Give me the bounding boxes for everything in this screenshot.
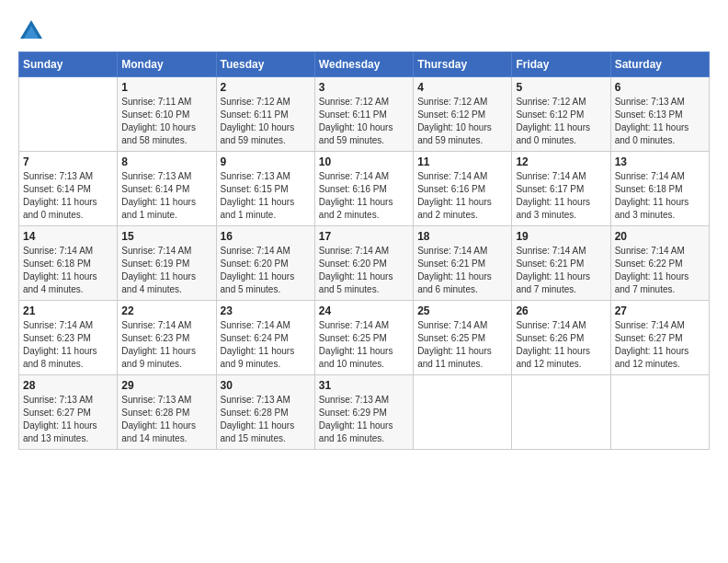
calendar-week-4: 21Sunrise: 7:14 AM Sunset: 6:23 PM Dayli…	[19, 301, 710, 375]
day-info: Sunrise: 7:13 AM Sunset: 6:13 PM Dayligh…	[615, 96, 705, 147]
calendar-cell: 27Sunrise: 7:14 AM Sunset: 6:27 PM Dayli…	[610, 301, 709, 375]
calendar-cell: 24Sunrise: 7:14 AM Sunset: 6:25 PM Dayli…	[314, 301, 413, 375]
calendar-cell: 4Sunrise: 7:12 AM Sunset: 6:12 PM Daylig…	[414, 77, 512, 152]
calendar-cell: 6Sunrise: 7:13 AM Sunset: 6:13 PM Daylig…	[610, 77, 709, 152]
day-number: 1	[121, 81, 211, 94]
calendar-week-1: 1Sunrise: 7:11 AM Sunset: 6:10 PM Daylig…	[19, 77, 710, 152]
calendar-cell: 19Sunrise: 7:14 AM Sunset: 6:21 PM Dayli…	[512, 226, 610, 301]
day-info: Sunrise: 7:14 AM Sunset: 6:19 PM Dayligh…	[121, 245, 211, 296]
calendar-cell: 5Sunrise: 7:12 AM Sunset: 6:12 PM Daylig…	[512, 77, 610, 152]
day-number: 3	[319, 81, 409, 94]
day-number: 16	[221, 230, 311, 243]
day-info: Sunrise: 7:12 AM Sunset: 6:12 PM Dayligh…	[417, 96, 507, 147]
day-number: 31	[319, 379, 409, 392]
calendar-cell: 2Sunrise: 7:12 AM Sunset: 6:11 PM Daylig…	[216, 77, 314, 152]
day-number: 20	[615, 230, 705, 243]
day-number: 11	[417, 155, 507, 168]
calendar-cell: 17Sunrise: 7:14 AM Sunset: 6:20 PM Dayli…	[314, 226, 413, 301]
weekday-header-sunday: Sunday	[19, 52, 118, 77]
calendar-cell: 1Sunrise: 7:11 AM Sunset: 6:10 PM Daylig…	[118, 77, 216, 152]
day-info: Sunrise: 7:14 AM Sunset: 6:16 PM Dayligh…	[417, 170, 507, 222]
day-number: 12	[516, 155, 606, 168]
day-number: 2	[221, 81, 311, 94]
day-info: Sunrise: 7:13 AM Sunset: 6:29 PM Dayligh…	[319, 394, 409, 445]
calendar-cell	[512, 375, 610, 450]
day-info: Sunrise: 7:14 AM Sunset: 6:23 PM Dayligh…	[121, 319, 211, 371]
calendar-cell: 30Sunrise: 7:13 AM Sunset: 6:28 PM Dayli…	[216, 375, 314, 450]
day-number: 27	[615, 304, 705, 317]
day-info: Sunrise: 7:13 AM Sunset: 6:27 PM Dayligh…	[23, 394, 113, 445]
calendar-cell: 22Sunrise: 7:14 AM Sunset: 6:23 PM Dayli…	[118, 301, 216, 375]
day-info: Sunrise: 7:13 AM Sunset: 6:14 PM Dayligh…	[121, 170, 211, 222]
day-info: Sunrise: 7:14 AM Sunset: 6:24 PM Dayligh…	[221, 319, 311, 371]
day-info: Sunrise: 7:14 AM Sunset: 6:18 PM Dayligh…	[23, 245, 113, 296]
day-info: Sunrise: 7:13 AM Sunset: 6:14 PM Dayligh…	[23, 170, 113, 222]
day-number: 13	[615, 155, 705, 168]
calendar-cell: 23Sunrise: 7:14 AM Sunset: 6:24 PM Dayli…	[216, 301, 314, 375]
weekday-header-saturday: Saturday	[610, 52, 709, 77]
calendar-table: SundayMondayTuesdayWednesdayThursdayFrid…	[18, 52, 710, 450]
day-info: Sunrise: 7:14 AM Sunset: 6:22 PM Dayligh…	[615, 245, 705, 296]
day-number: 4	[417, 81, 507, 94]
day-number: 29	[121, 379, 211, 392]
day-info: Sunrise: 7:13 AM Sunset: 6:15 PM Dayligh…	[221, 170, 311, 222]
weekday-header-friday: Friday	[512, 52, 610, 77]
page-header	[18, 18, 710, 44]
calendar-cell: 14Sunrise: 7:14 AM Sunset: 6:18 PM Dayli…	[19, 226, 118, 301]
calendar-cell: 8Sunrise: 7:13 AM Sunset: 6:14 PM Daylig…	[118, 152, 216, 226]
day-number: 26	[516, 304, 606, 317]
calendar-cell: 12Sunrise: 7:14 AM Sunset: 6:17 PM Dayli…	[512, 152, 610, 226]
calendar-cell: 20Sunrise: 7:14 AM Sunset: 6:22 PM Dayli…	[610, 226, 709, 301]
calendar-cell: 11Sunrise: 7:14 AM Sunset: 6:16 PM Dayli…	[414, 152, 512, 226]
day-number: 19	[516, 230, 606, 243]
day-info: Sunrise: 7:13 AM Sunset: 6:28 PM Dayligh…	[121, 394, 211, 445]
weekday-header-tuesday: Tuesday	[216, 52, 314, 77]
day-number: 23	[221, 304, 311, 317]
calendar-week-5: 28Sunrise: 7:13 AM Sunset: 6:27 PM Dayli…	[19, 375, 710, 450]
calendar-cell: 21Sunrise: 7:14 AM Sunset: 6:23 PM Dayli…	[19, 301, 118, 375]
calendar-cell	[610, 375, 709, 450]
calendar-cell: 7Sunrise: 7:13 AM Sunset: 6:14 PM Daylig…	[19, 152, 118, 226]
calendar-cell: 26Sunrise: 7:14 AM Sunset: 6:26 PM Dayli…	[512, 301, 610, 375]
day-number: 21	[23, 304, 113, 317]
day-number: 15	[121, 230, 211, 243]
weekday-header-wednesday: Wednesday	[314, 52, 413, 77]
day-number: 24	[319, 304, 409, 317]
weekday-header-thursday: Thursday	[414, 52, 512, 77]
day-number: 8	[121, 155, 211, 168]
weekday-header-row: SundayMondayTuesdayWednesdayThursdayFrid…	[19, 52, 710, 77]
calendar-cell: 31Sunrise: 7:13 AM Sunset: 6:29 PM Dayli…	[314, 375, 413, 450]
day-info: Sunrise: 7:14 AM Sunset: 6:17 PM Dayligh…	[516, 170, 606, 222]
day-info: Sunrise: 7:13 AM Sunset: 6:28 PM Dayligh…	[221, 394, 311, 445]
day-number: 7	[23, 155, 113, 168]
calendar-cell	[19, 77, 118, 152]
day-info: Sunrise: 7:12 AM Sunset: 6:11 PM Dayligh…	[221, 96, 311, 147]
day-number: 6	[615, 81, 705, 94]
day-number: 28	[23, 379, 113, 392]
day-info: Sunrise: 7:14 AM Sunset: 6:21 PM Dayligh…	[417, 245, 507, 296]
logo	[18, 18, 48, 44]
day-info: Sunrise: 7:14 AM Sunset: 6:16 PM Dayligh…	[319, 170, 409, 222]
day-info: Sunrise: 7:14 AM Sunset: 6:26 PM Dayligh…	[516, 319, 606, 371]
calendar-cell	[414, 375, 512, 450]
day-info: Sunrise: 7:14 AM Sunset: 6:18 PM Dayligh…	[615, 170, 705, 222]
weekday-header-monday: Monday	[118, 52, 216, 77]
calendar-week-3: 14Sunrise: 7:14 AM Sunset: 6:18 PM Dayli…	[19, 226, 710, 301]
day-number: 22	[121, 304, 211, 317]
logo-icon	[18, 18, 44, 44]
day-info: Sunrise: 7:14 AM Sunset: 6:20 PM Dayligh…	[221, 245, 311, 296]
calendar-cell: 16Sunrise: 7:14 AM Sunset: 6:20 PM Dayli…	[216, 226, 314, 301]
day-info: Sunrise: 7:14 AM Sunset: 6:25 PM Dayligh…	[319, 319, 409, 371]
calendar-cell: 29Sunrise: 7:13 AM Sunset: 6:28 PM Dayli…	[118, 375, 216, 450]
day-info: Sunrise: 7:14 AM Sunset: 6:23 PM Dayligh…	[23, 319, 113, 371]
calendar-cell: 10Sunrise: 7:14 AM Sunset: 6:16 PM Dayli…	[314, 152, 413, 226]
calendar-cell: 25Sunrise: 7:14 AM Sunset: 6:25 PM Dayli…	[414, 301, 512, 375]
calendar-cell: 3Sunrise: 7:12 AM Sunset: 6:11 PM Daylig…	[314, 77, 413, 152]
day-info: Sunrise: 7:12 AM Sunset: 6:12 PM Dayligh…	[516, 96, 606, 147]
day-info: Sunrise: 7:14 AM Sunset: 6:25 PM Dayligh…	[417, 319, 507, 371]
day-info: Sunrise: 7:11 AM Sunset: 6:10 PM Dayligh…	[121, 96, 211, 147]
day-number: 17	[319, 230, 409, 243]
day-number: 30	[221, 379, 311, 392]
calendar-cell: 9Sunrise: 7:13 AM Sunset: 6:15 PM Daylig…	[216, 152, 314, 226]
day-number: 5	[516, 81, 606, 94]
